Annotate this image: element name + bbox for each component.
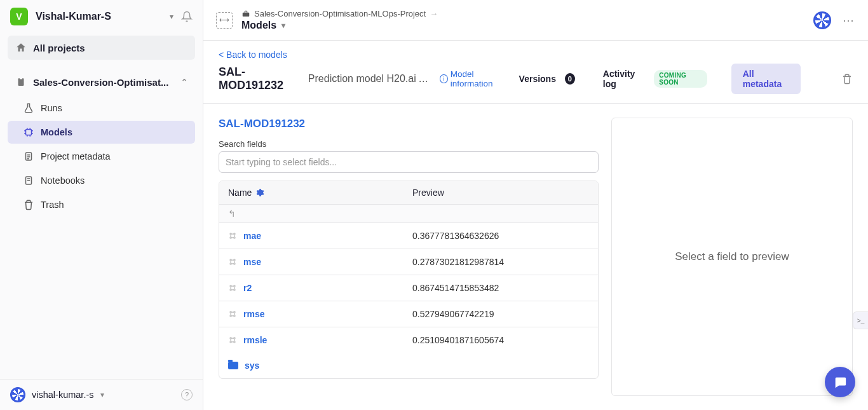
model-id-link[interactable]: SAL-MOD191232 xyxy=(219,118,599,130)
info-icon: i xyxy=(440,74,448,83)
trash-icon xyxy=(23,199,34,210)
compare-icon[interactable]: ⟷ xyxy=(216,12,233,29)
main-content: ⟷ Sales-Conversion-Optimisation-MLOps-Pr… xyxy=(203,0,868,410)
model-information-link[interactable]: i Model information xyxy=(440,69,510,88)
folder-icon xyxy=(228,362,238,369)
table-row[interactable]: rmse0.527949067742219 xyxy=(219,301,598,327)
chevron-up-icon: ⌃ xyxy=(181,78,187,86)
svg-point-24 xyxy=(230,341,231,343)
sidebar-item-label: Models xyxy=(41,127,72,137)
chat-icon xyxy=(833,375,847,389)
page-title: Models xyxy=(241,20,276,31)
sidebar-item-runs[interactable]: Runs xyxy=(8,97,195,120)
workspace-name: Vishal-Kumar-S xyxy=(36,11,162,22)
clipboard-list-icon xyxy=(23,151,34,162)
sidebar-item-project-metadata[interactable]: Project metadata xyxy=(8,145,195,168)
notebook-icon xyxy=(23,175,34,186)
project-row[interactable]: Sales-Conversion-Optimisat... ⌃ xyxy=(8,70,195,94)
back-to-models-link[interactable]: < Back to models xyxy=(219,50,287,60)
all-metadata-button[interactable]: All metadata xyxy=(731,64,801,94)
preview-placeholder: Select a field to preview xyxy=(675,250,789,263)
svg-point-15 xyxy=(234,285,235,287)
user-footer[interactable]: vishal-kumar.-s ▾ ? xyxy=(0,379,203,410)
side-tab-terminal[interactable]: >_ xyxy=(853,311,868,329)
svg-point-18 xyxy=(230,311,231,313)
flask-icon xyxy=(23,102,34,114)
activity-log-label: Activity log xyxy=(603,69,645,89)
svg-point-8 xyxy=(230,237,231,238)
sidebar-item-label: Project metadata xyxy=(41,151,111,161)
avatar[interactable] xyxy=(813,11,831,29)
sidebar-item-trash[interactable]: Trash xyxy=(8,193,195,216)
gear-icon[interactable] xyxy=(255,188,264,197)
page-title-row[interactable]: Models ▾ xyxy=(241,20,438,31)
table-row[interactable]: r20.8674514715853482 xyxy=(219,275,598,301)
column-name-header[interactable]: Name xyxy=(228,188,252,198)
field-name: mse xyxy=(243,257,261,267)
sidebar-item-label: Trash xyxy=(41,200,64,210)
search-fields-label: Search fields xyxy=(219,139,599,149)
svg-point-22 xyxy=(230,338,231,339)
sidebar-item-notebooks[interactable]: Notebooks xyxy=(8,169,195,192)
chevron-down-icon: ▾ xyxy=(281,21,285,30)
more-icon[interactable]: ⋯ xyxy=(843,13,855,27)
svg-point-19 xyxy=(234,311,235,313)
field-preview xyxy=(403,353,598,378)
fields-table: Name Preview ↰ mae0.3677781364632626mse0… xyxy=(219,181,599,379)
svg-point-9 xyxy=(234,237,235,238)
svg-point-12 xyxy=(230,263,231,264)
parent-folder-row[interactable]: ↰ xyxy=(219,205,598,223)
project-name: Sales-Conversion-Optimisat... xyxy=(33,77,175,88)
workspace-switcher[interactable]: V Vishal-Kumar-S ▾ xyxy=(0,0,203,31)
preview-panel: Select a field to preview xyxy=(611,118,853,396)
svg-point-13 xyxy=(234,263,235,264)
trash-icon[interactable] xyxy=(841,73,853,85)
field-preview: 0.3677781364632626 xyxy=(403,223,598,249)
table-row[interactable]: mse0.27873021812987814 xyxy=(219,249,598,275)
metric-icon xyxy=(228,231,237,240)
workspace-badge: V xyxy=(10,8,28,25)
field-name: sys xyxy=(245,360,259,371)
svg-point-17 xyxy=(234,289,235,290)
breadcrumb[interactable]: Sales-Conversion-Optimisation-MLOps-Proj… xyxy=(241,9,438,18)
model-info-label: Model information xyxy=(451,69,510,88)
model-subheader: < Back to models SAL-MOD191232 Predictio… xyxy=(203,41,868,104)
field-preview: 0.25109401871605674 xyxy=(403,327,598,353)
chip-icon xyxy=(23,126,34,138)
level-up-icon: ↰ xyxy=(228,208,236,219)
svg-point-25 xyxy=(234,341,235,343)
svg-point-16 xyxy=(230,289,231,290)
field-name: rmsle xyxy=(243,335,267,345)
model-id: SAL-MOD191232 xyxy=(219,65,299,92)
field-preview: 0.8674514715853482 xyxy=(403,275,598,301)
svg-point-21 xyxy=(234,315,235,317)
svg-point-23 xyxy=(234,338,235,339)
field-preview: 0.527949067742219 xyxy=(403,301,598,327)
table-row-folder[interactable]: sys xyxy=(219,353,598,378)
project-nav: Runs Models Project metadata Notebooks T… xyxy=(8,97,195,216)
breadcrumb-project: Sales-Conversion-Optimisation-MLOps-Proj… xyxy=(254,9,426,18)
svg-point-7 xyxy=(234,233,235,235)
table-row[interactable]: rmsle0.25109401871605674 xyxy=(219,327,598,353)
versions-count: 0 xyxy=(565,73,575,85)
breadcrumb-separator: → xyxy=(430,9,438,18)
table-header: Name Preview xyxy=(219,181,598,205)
bell-icon[interactable] xyxy=(181,11,193,22)
metric-icon xyxy=(228,284,237,292)
all-projects-label: All projects xyxy=(33,43,85,53)
svg-rect-0 xyxy=(18,78,24,86)
username: vishal-kumar.-s xyxy=(32,390,94,400)
svg-rect-2 xyxy=(26,130,32,135)
svg-rect-5 xyxy=(243,12,250,16)
table-row[interactable]: mae0.3677781364632626 xyxy=(219,223,598,249)
sidebar-item-models[interactable]: Models xyxy=(8,121,195,144)
field-preview: 0.27873021812987814 xyxy=(403,249,598,275)
search-input[interactable] xyxy=(219,151,599,173)
all-projects-button[interactable]: All projects xyxy=(8,36,195,60)
field-name: r2 xyxy=(243,283,252,293)
chevron-down-icon: ▾ xyxy=(170,12,173,21)
model-name: Prediction model H20.ai Auto... xyxy=(308,73,431,85)
chat-fab[interactable] xyxy=(825,367,855,397)
help-icon[interactable]: ? xyxy=(181,389,193,400)
column-preview-header: Preview xyxy=(403,181,598,204)
